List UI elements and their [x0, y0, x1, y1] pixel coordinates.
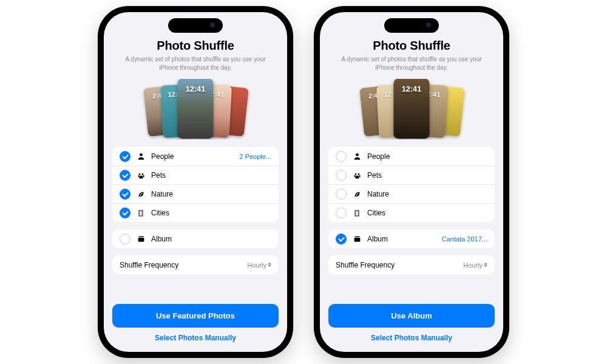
frequency-value[interactable]: Hourly — [463, 261, 487, 269]
building-icon — [353, 209, 361, 217]
paw-icon — [137, 171, 145, 180]
phone-mockup-left: Photo Shuffle A dynamic set of photos th… — [98, 6, 293, 358]
header: Photo Shuffle A dynamic set of photos th… — [320, 12, 503, 76]
svg-point-18 — [359, 175, 360, 177]
category-list: People Pets Nature Cities — [328, 147, 495, 222]
leaf-icon — [137, 190, 145, 198]
stepper-icon — [268, 263, 271, 267]
frequency-row[interactable]: Shuffle Frequency Hourly — [112, 255, 279, 274]
building-icon — [137, 209, 145, 217]
svg-rect-12 — [138, 236, 143, 237]
preview-carousel: 2:41 12:41 12:41 12:41 — [104, 79, 287, 140]
category-row-pets[interactable]: Pets — [112, 166, 279, 184]
category-row-pets[interactable]: Pets — [328, 166, 495, 184]
frequency-value[interactable]: Hourly — [247, 261, 271, 269]
svg-rect-5 — [139, 211, 143, 216]
secondary-action-button[interactable]: Select Photos Manually — [112, 328, 279, 343]
category-label: People — [367, 152, 487, 161]
frequency-list: Shuffle Frequency Hourly — [328, 255, 495, 274]
checkbox-off-icon[interactable] — [120, 234, 131, 244]
frequency-label: Shuffle Frequency — [336, 261, 457, 269]
album-list: Album — [112, 229, 279, 248]
primary-action-button[interactable]: Use Featured Photos — [112, 304, 279, 328]
album-row[interactable]: Album Cantata 2017... — [328, 229, 495, 248]
checkbox-off-icon[interactable] — [336, 207, 347, 218]
svg-point-1 — [138, 173, 140, 175]
svg-rect-13 — [138, 238, 144, 242]
album-row[interactable]: Album — [112, 229, 279, 248]
leaf-icon — [353, 190, 361, 198]
footer: Use Album Select Photos Manually — [320, 299, 503, 352]
svg-point-16 — [358, 173, 359, 175]
person-icon — [137, 152, 145, 161]
checkbox-on-icon[interactable] — [336, 234, 347, 244]
category-row-nature[interactable]: Nature — [112, 184, 279, 203]
category-label: Pets — [151, 171, 271, 180]
preview-card: 12:41 — [177, 79, 213, 139]
svg-point-15 — [354, 173, 356, 175]
category-label: Nature — [151, 190, 271, 198]
category-label: Cities — [367, 209, 487, 217]
screen-left: Photo Shuffle A dynamic set of photos th… — [104, 12, 287, 352]
primary-action-button[interactable]: Use Album — [328, 304, 495, 328]
page-subtitle: A dynamic set of photos that shuffle as … — [116, 55, 275, 72]
checkbox-off-icon[interactable] — [336, 151, 347, 162]
checkbox-off-icon[interactable] — [336, 170, 347, 181]
svg-rect-27 — [354, 238, 360, 242]
album-label: Album — [151, 235, 271, 243]
stepper-icon — [484, 263, 487, 267]
checkbox-on-icon[interactable] — [120, 207, 131, 218]
category-row-nature[interactable]: Nature — [328, 184, 495, 203]
category-detail[interactable]: 2 People... — [239, 153, 271, 160]
category-label: Nature — [367, 190, 487, 198]
frequency-label: Shuffle Frequency — [120, 261, 241, 269]
category-row-people[interactable]: People — [328, 147, 495, 166]
category-list: People 2 People... Pets Nature Cities — [112, 147, 279, 222]
page-title: Photo Shuffle — [332, 39, 491, 53]
frequency-list: Shuffle Frequency Hourly — [112, 255, 279, 274]
checkbox-on-icon[interactable] — [120, 189, 131, 200]
category-row-cities[interactable]: Cities — [112, 203, 279, 222]
phone-mockup-right: Photo Shuffle A dynamic set of photos th… — [314, 6, 509, 358]
footer: Use Featured Photos Select Photos Manual… — [104, 299, 287, 352]
checkbox-on-icon[interactable] — [120, 151, 131, 162]
album-label: Album — [367, 235, 436, 243]
category-label: Pets — [367, 171, 487, 180]
category-row-people[interactable]: People 2 People... — [112, 147, 279, 166]
person-icon — [353, 152, 361, 161]
svg-point-4 — [143, 175, 144, 177]
category-label: Cities — [151, 209, 271, 217]
svg-point-17 — [354, 175, 355, 177]
secondary-action-button[interactable]: Select Photos Manually — [328, 328, 495, 343]
page-subtitle: A dynamic set of photos that shuffle as … — [332, 55, 491, 72]
category-label: People — [151, 152, 233, 161]
svg-point-0 — [140, 153, 143, 157]
svg-point-14 — [356, 153, 359, 157]
svg-point-3 — [138, 175, 139, 177]
frequency-row[interactable]: Shuffle Frequency Hourly — [328, 255, 495, 274]
preview-card: 12:41 — [393, 79, 429, 139]
checkbox-off-icon[interactable] — [336, 189, 347, 200]
album-selected-name[interactable]: Cantata 2017... — [442, 235, 487, 243]
screen-right: Photo Shuffle A dynamic set of photos th… — [320, 12, 503, 352]
page-title: Photo Shuffle — [116, 39, 275, 53]
category-row-cities[interactable]: Cities — [328, 203, 495, 222]
header: Photo Shuffle A dynamic set of photos th… — [104, 12, 287, 76]
preview-carousel: 2:41 12:41 12:41 12:41 — [320, 79, 503, 140]
svg-point-2 — [141, 173, 143, 175]
album-icon — [353, 235, 361, 243]
svg-rect-19 — [355, 211, 359, 216]
checkbox-on-icon[interactable] — [120, 170, 131, 181]
album-list: Album Cantata 2017... — [328, 229, 495, 248]
svg-rect-26 — [354, 236, 359, 237]
album-icon — [137, 235, 145, 243]
paw-icon — [353, 171, 361, 180]
